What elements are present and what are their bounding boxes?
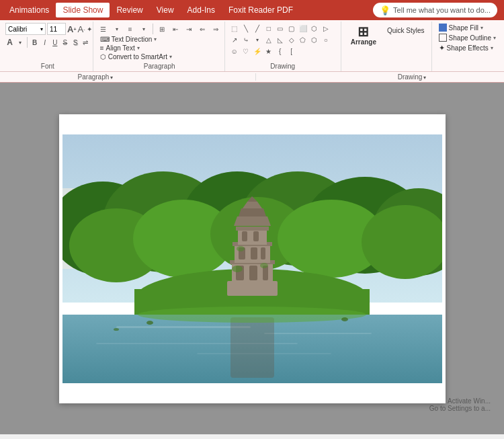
shape-fill-label: Shape Fill — [449, 24, 478, 32]
drawing-footer-tab[interactable]: Drawing — [384, 73, 440, 81]
line2-shape[interactable]: ╱ — [252, 23, 263, 34]
paragraph-group-label: Paragraph — [97, 61, 222, 71]
diamond-shape[interactable]: ◇ — [286, 34, 297, 45]
lightbulb-icon: 💡 — [380, 5, 390, 15]
star-shape[interactable]: ★ — [263, 46, 274, 56]
convert-smartart-label: Convert to SmartArt — [108, 53, 167, 61]
lightning-shape[interactable]: ⚡ — [252, 46, 263, 56]
paragraph-footer-tab[interactable]: Paragraph — [65, 73, 127, 81]
oval-shape[interactable]: ○ — [321, 34, 331, 45]
brace-shape[interactable]: { — [275, 46, 286, 56]
menu-addins[interactable]: Add-Ins — [181, 3, 222, 17]
font-row-1: Calibri ▾ 11 A+ A- ✦ — [5, 23, 90, 35]
shape-fill-group: Shape Fill ▾ Shape Outline ▾ ✦ Shape Eff… — [431, 22, 501, 71]
svg-rect-35 — [253, 231, 259, 241]
align-text-btn[interactable]: ≡ Align Text ▾ — [97, 44, 142, 52]
underline-btn[interactable]: U — [50, 36, 59, 48]
svg-point-46 — [341, 317, 348, 321]
numbered-list-btn[interactable]: ≡ — [124, 23, 136, 35]
hex-shape[interactable]: ⬡ — [309, 34, 320, 45]
pentagon-shape[interactable]: ⬠ — [298, 34, 308, 45]
svg-rect-31 — [261, 247, 265, 260]
svg-marker-38 — [239, 208, 266, 216]
indent-decrease-btn[interactable]: ⇤ — [169, 23, 181, 35]
para-row-1: ☰ ▾ ≡ ▾ ⊞ ⇤ ⇥ ⇐ ⇒ — [97, 23, 222, 35]
shape-effects-label: Shape Effects — [447, 44, 489, 52]
smartart-arrow: ▾ — [169, 54, 172, 60]
svg-point-41 — [232, 266, 243, 272]
right-tri-shape[interactable]: ◺ — [275, 34, 286, 45]
numbered-dropdown-btn[interactable]: ▾ — [138, 23, 150, 35]
shape-dropdown[interactable]: ▾ — [252, 34, 263, 45]
menu-view[interactable]: View — [150, 3, 181, 17]
arrange-btn[interactable]: ⊞ Arrange — [345, 23, 382, 48]
slide — [59, 114, 446, 403]
font-dropdown-icon: ▾ — [40, 26, 43, 32]
font-size-decrease-btn[interactable]: A- — [77, 23, 85, 35]
arrange-icon: ⊞ — [358, 25, 369, 38]
ribbon: Calibri ▾ 11 A+ A- ✦ A ▾ B I U S S ⇌ — [0, 20, 504, 83]
columns-btn[interactable]: ⊞ — [156, 23, 168, 35]
align-text-arrow: ▾ — [137, 45, 140, 51]
menu-foxit[interactable]: Foxit Reader PDF — [222, 3, 300, 17]
activate-windows: Activate Win... Go to Settings to a... — [429, 397, 491, 412]
convert-smartart-btn[interactable]: ⬡ Convert to SmartArt ▾ — [97, 52, 175, 61]
bullets-btn[interactable]: ☰ — [97, 23, 110, 35]
text-direction-icon: ⌨ — [100, 36, 110, 43]
heart-shape[interactable]: ♡ — [241, 46, 251, 56]
italic-btn[interactable]: I — [40, 36, 49, 48]
bullets-dropdown-btn[interactable]: ▾ — [111, 23, 123, 35]
font-name-box[interactable]: Calibri ▾ — [5, 23, 46, 35]
para-row-4: ⬡ Convert to SmartArt ▾ — [97, 52, 222, 61]
outline-icon — [439, 34, 447, 42]
font-group-label: Font — [5, 61, 90, 71]
shape-effects-btn[interactable]: ✦ Shape Effects ▾ — [436, 43, 499, 53]
svg-rect-21 — [230, 317, 274, 378]
triangle-shape[interactable]: △ — [263, 34, 274, 45]
bold-btn[interactable]: B — [30, 36, 39, 48]
strikethrough-btn[interactable]: S — [60, 36, 69, 48]
indent-increase-btn[interactable]: ⇥ — [183, 23, 195, 35]
font-dropdown-btn2[interactable]: ▾ — [15, 36, 24, 48]
fill-swatch — [439, 24, 447, 32]
rtl-btn[interactable]: ⇐ — [196, 23, 208, 35]
tell-me-text: Tell me what you want to do... — [393, 6, 491, 14]
shape-11[interactable]: ⤷ — [241, 34, 251, 45]
rect2-shape[interactable]: ▭ — [275, 23, 286, 34]
smartart-icon: ⬡ — [100, 53, 106, 61]
shape-8[interactable]: ⬡ — [309, 23, 320, 34]
ribbon-footer: Paragraph Drawing — [0, 71, 504, 82]
shape-9[interactable]: ▷ — [321, 23, 331, 34]
font-size-increase-btn[interactable]: A+ — [67, 23, 76, 35]
menu-review[interactable]: Review — [110, 3, 149, 17]
font-color-btn[interactable]: A — [5, 36, 14, 48]
menu-animations[interactable]: Animations — [3, 3, 56, 17]
rect-shape[interactable]: □ — [263, 23, 274, 34]
quick-styles-btn[interactable]: Quick Styles — [384, 23, 427, 38]
shape-fill-btn[interactable]: Shape Fill ▾ — [436, 23, 499, 32]
shape-10[interactable]: ↗ — [229, 34, 240, 45]
rounded-rect-shape[interactable]: ▢ — [286, 23, 297, 34]
font-size-box[interactable]: 11 — [47, 23, 66, 35]
footer-separator — [255, 73, 256, 81]
tell-me-box[interactable]: 💡 Tell me what you want to do... — [373, 3, 497, 17]
svg-point-45 — [146, 321, 153, 325]
text-direction-btn[interactable]: ⌨ Text Direction ▾ — [97, 35, 160, 44]
text-direction-arrow: ▾ — [154, 36, 157, 42]
shapes-row: ⬚ ╲ ╱ □ ▭ ▢ ⬜ ⬡ ▷ ↗ ⤷ ▾ △ ◺ ◇ ⬠ ⬡ ○ ☺ ♡ — [229, 23, 337, 56]
shape-outline-btn[interactable]: Shape Outline ▾ — [436, 33, 499, 42]
smiley-shape[interactable]: ☺ — [229, 46, 240, 56]
menu-slideshow[interactable]: Slide Show — [56, 3, 110, 17]
ltr-btn[interactable]: ⇒ — [210, 23, 222, 35]
bracket-shape[interactable]: [ — [286, 46, 297, 56]
cursor-shape[interactable]: ⬚ — [229, 23, 240, 34]
snip-rect-shape[interactable]: ⬜ — [298, 23, 308, 34]
svg-rect-30 — [251, 247, 257, 260]
align-text-icon: ≡ — [100, 44, 104, 52]
clear-formatting-btn[interactable]: ✦ — [87, 23, 92, 35]
drawing-group: ⬚ ╲ ╱ □ ▭ ▢ ⬜ ⬡ ▷ ↗ ⤷ ▾ △ ◺ ◇ ⬠ ⬡ ○ ☺ ♡ — [226, 22, 339, 71]
spacing-btn[interactable]: ⇌ — [81, 36, 90, 48]
line-shape[interactable]: ╲ — [241, 23, 251, 34]
font-name-value: Calibri — [8, 26, 27, 33]
shadow-btn[interactable]: S — [71, 36, 79, 48]
